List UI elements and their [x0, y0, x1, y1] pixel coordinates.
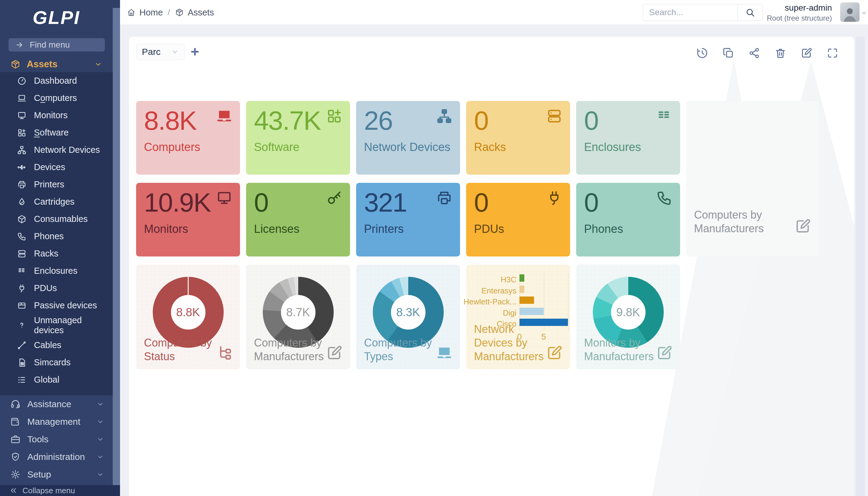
stat-card-printers[interactable]: 321Printers — [356, 183, 460, 257]
sidebar-item-simcards[interactable]: Simcards — [0, 354, 113, 371]
page-scrollbar[interactable] — [856, 36, 865, 496]
chart-card-computers-by-manufacturers[interactable]: 8.7KComputers by Manufacturers — [246, 265, 350, 369]
user-menu[interactable]: super-admin Root (tree structure) — [767, 3, 832, 22]
sidebar-item-label: Unmanaged devices — [34, 315, 100, 336]
breadcrumb-assets[interactable]: Assets — [175, 7, 214, 18]
stat-card-computers[interactable]: 8.8KComputers — [136, 101, 240, 175]
section-label: Setup — [27, 469, 51, 480]
avatar[interactable] — [840, 2, 859, 22]
sidebar-item-label: Passive devices — [34, 300, 97, 310]
sidebar-item-racks[interactable]: Racks — [0, 245, 113, 262]
stat-label: Software — [254, 141, 342, 154]
sidebar-item-passive-devices[interactable]: Passive devices — [0, 297, 113, 314]
donut-center-value: 8.3K — [391, 295, 426, 329]
search-input[interactable] — [643, 4, 737, 21]
sidebar-item-pdus[interactable]: PDUs — [0, 280, 113, 297]
sidebar-item-monitors[interactable]: Monitors — [0, 107, 113, 124]
stat-card-monitors[interactable]: 10.9KMonitors — [136, 183, 240, 257]
chart-card-computers-by-status[interactable]: 8.8KComputers by Status — [136, 265, 240, 369]
card-computers-by-manufacturers-empty[interactable]: Computers by Manufacturers — [686, 101, 819, 257]
wallet-icon — [10, 417, 21, 427]
stat-card-racks[interactable]: 0Racks — [466, 101, 570, 175]
stat-card-phones[interactable]: 0Phones — [576, 183, 680, 257]
copy-icon[interactable] — [722, 47, 735, 59]
chart-title: Computers by Types — [364, 336, 440, 363]
maximize-icon[interactable] — [826, 47, 839, 59]
user-name: super-admin — [767, 3, 832, 13]
section-label: Tools — [27, 434, 48, 445]
sidebar-item-label: Dashboard — [34, 76, 77, 86]
share-icon[interactable] — [748, 47, 760, 59]
stat-label: Monitors — [144, 222, 232, 236]
bar-h3c — [519, 274, 524, 282]
sidebar-item-printers[interactable]: Printers — [0, 176, 113, 193]
breadcrumb-separator: / — [168, 7, 170, 17]
edit-icon[interactable] — [656, 344, 673, 361]
sidebar-item-dashboard[interactable]: Dashboard — [0, 72, 113, 90]
monitor-icon — [17, 111, 27, 120]
sidebar-item-cables[interactable]: Cables — [0, 337, 113, 354]
sidebar-item-consumables[interactable]: Consumables — [0, 211, 113, 228]
sidebar-item-label: Consumables — [34, 214, 88, 224]
phone-icon — [17, 232, 27, 241]
stat-card-network-devices[interactable]: 26Network Devices — [356, 101, 460, 175]
sidebar-item-label: Cartridges — [34, 197, 75, 207]
search-button[interactable] — [737, 4, 763, 21]
stat-card-pdus[interactable]: 0PDUs — [466, 183, 570, 257]
chart-card-network-devices-by-manufacturers[interactable]: H3CEnterasysHewlett-Pack...DigiCisco05Ne… — [466, 265, 570, 369]
section-label: Management — [27, 417, 80, 427]
chart-title: Monitors by Manufacturers — [584, 336, 660, 363]
sidebar-item-software[interactable]: Software — [0, 124, 113, 141]
sidebar-item-global[interactable]: Global — [0, 371, 113, 388]
gauge-icon — [17, 76, 27, 86]
sidebar-section-assets[interactable]: Assets — [0, 58, 113, 70]
sidebar-item-phones[interactable]: Phones — [0, 228, 113, 245]
bar-category-label: Digi — [503, 308, 517, 318]
sidebar-item-cartridges[interactable]: Cartridges — [0, 193, 113, 211]
collapse-menu-button[interactable]: Collapse menu — [0, 485, 120, 496]
sidebar-item-unmanaged-devices[interactable]: Unmanaged devices — [0, 314, 113, 337]
sidebar-section-tools[interactable]: Tools — [0, 431, 113, 448]
cube-icon — [10, 59, 21, 69]
edit-icon[interactable] — [801, 47, 812, 59]
laptop-icon[interactable] — [436, 344, 453, 361]
chevron-down-icon — [96, 435, 104, 443]
bar-digi — [519, 308, 544, 315]
sidebar-section-setup[interactable]: Setup — [0, 466, 113, 483]
sidebar-item-network-devices[interactable]: Network Devices — [0, 141, 113, 158]
stat-card-enclosures[interactable]: 0Enclosures — [576, 101, 680, 175]
sidebar-item-computers[interactable]: Computers — [0, 90, 113, 107]
stat-card-software[interactable]: 43.7KSoftware — [246, 101, 350, 175]
find-menu-button[interactable]: Find menu — [9, 38, 105, 51]
sidebar-item-label: Simcards — [34, 357, 70, 368]
sidebar-item-devices[interactable]: Devices — [0, 158, 113, 176]
edit-icon[interactable] — [794, 218, 811, 235]
edit-icon[interactable] — [546, 344, 563, 361]
history-icon[interactable] — [696, 47, 708, 59]
chevron-down-icon — [96, 453, 104, 461]
chart-card-computers-by-types[interactable]: 8.3KComputers by Types — [356, 265, 460, 369]
dashboard-selector[interactable]: Parc — [136, 44, 185, 60]
stat-label: Network Devices — [364, 141, 452, 154]
stat-label: Computers — [144, 141, 232, 154]
glpi-logo: GLPI — [0, 7, 113, 28]
sidebar-section-assistance[interactable]: Assistance — [0, 396, 113, 413]
stat-card-licenses[interactable]: 0Licenses — [246, 183, 350, 257]
sim-icon — [17, 358, 27, 368]
sidebar-item-enclosures[interactable]: Enclosures — [0, 262, 113, 280]
add-dashboard-button[interactable]: + — [191, 45, 199, 59]
donut-center-value: 9.8K — [611, 295, 646, 329]
tree-icon[interactable] — [216, 344, 233, 361]
edit-icon[interactable] — [326, 344, 343, 361]
trash-icon[interactable] — [774, 47, 787, 59]
chevron-down-icon[interactable] — [861, 10, 867, 16]
bar-category-label: Enterasys — [481, 286, 517, 296]
sidebar-section-management[interactable]: Management — [0, 413, 113, 431]
sidebar-scrollbar[interactable] — [113, 0, 120, 496]
dashboard-panel: Parc + 8.8KComputers43.7KSoftware26Netwo… — [128, 36, 855, 496]
sidebar-bottom-sections: AssistanceManagementToolsAdministrationS… — [0, 396, 113, 485]
chart-card-monitors-by-manufacturers[interactable]: 9.8KMonitors by Manufacturers — [576, 265, 680, 369]
sidebar-section-administration[interactable]: Administration — [0, 448, 113, 466]
monitor-icon — [216, 189, 233, 206]
breadcrumb-home[interactable]: Home — [127, 7, 163, 18]
